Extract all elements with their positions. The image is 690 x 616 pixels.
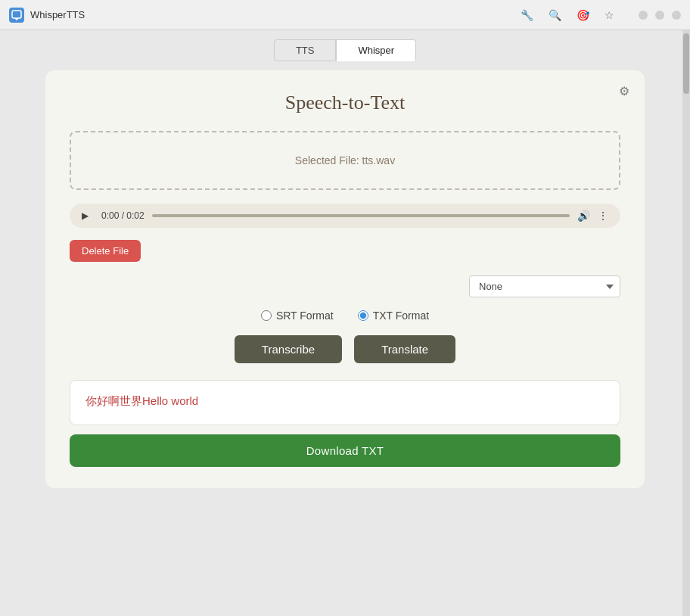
target-icon[interactable]: 🎯 (577, 9, 589, 21)
output-area: 你好啊世界Hello world (70, 380, 620, 425)
delete-file-button[interactable]: Delete File (70, 240, 141, 262)
model-select[interactable]: None tiny base small medium large (469, 275, 620, 297)
tab-whisper[interactable]: Whisper (336, 39, 416, 61)
app-icon (9, 8, 24, 23)
scrollbar[interactable] (682, 30, 690, 616)
transcribe-button[interactable]: Transcribe (235, 335, 342, 363)
volume-icon[interactable]: 🔊 (577, 210, 590, 222)
srt-format-option[interactable]: SRT Format (261, 310, 334, 322)
model-selector-row: None tiny base small medium large (70, 275, 620, 297)
txt-format-option[interactable]: TXT Format (358, 310, 429, 322)
audio-progress-bar[interactable] (152, 214, 570, 217)
wrench-icon[interactable]: 🔧 (521, 9, 533, 21)
page-title: Speech-to-Text (70, 92, 620, 114)
download-button[interactable]: Download TXT (70, 434, 620, 467)
audio-player: ▶ 0:00 / 0:02 🔊 ⋮ (70, 204, 620, 228)
svg-rect-0 (12, 11, 21, 18)
main-content: ⚙ Speech-to-Text Selected File: tts.wav … (0, 70, 690, 488)
play-button[interactable]: ▶ (82, 210, 94, 221)
txt-format-label: TXT Format (373, 310, 429, 322)
tabs-bar: TTS Whisper (0, 30, 690, 70)
minimize-button[interactable]: — (639, 11, 648, 20)
scrollbar-thumb[interactable] (683, 33, 689, 94)
srt-radio[interactable] (261, 310, 272, 321)
close-button[interactable]: × (672, 11, 681, 20)
file-drop-zone[interactable]: Selected File: tts.wav (70, 131, 620, 190)
settings-icon[interactable]: ⚙ (619, 84, 629, 98)
main-card: ⚙ Speech-to-Text Selected File: tts.wav … (45, 70, 645, 488)
action-buttons-row: Transcribe Translate (70, 335, 620, 363)
format-options-row: SRT Format TXT Format (70, 310, 620, 322)
title-bar-controls: 🔧 🔍 🎯 ☆ — □ × (521, 9, 681, 21)
maximize-button[interactable]: □ (655, 11, 664, 20)
title-bar: WhisperTTS 🔧 🔍 🎯 ☆ — □ × (0, 0, 690, 30)
selected-file-text: Selected File: tts.wav (295, 154, 395, 166)
star-icon[interactable]: ☆ (605, 9, 614, 21)
time-display: 0:00 / 0:02 (101, 210, 145, 221)
srt-format-label: SRT Format (276, 310, 334, 322)
txt-radio[interactable] (358, 310, 368, 321)
tab-tts[interactable]: TTS (274, 39, 337, 61)
more-options-icon[interactable]: ⋮ (598, 210, 608, 222)
app-title: WhisperTTS (30, 9, 85, 20)
zoom-icon[interactable]: 🔍 (549, 9, 561, 21)
translate-button[interactable]: Translate (354, 335, 455, 363)
output-text: 你好啊世界Hello world (85, 394, 198, 407)
